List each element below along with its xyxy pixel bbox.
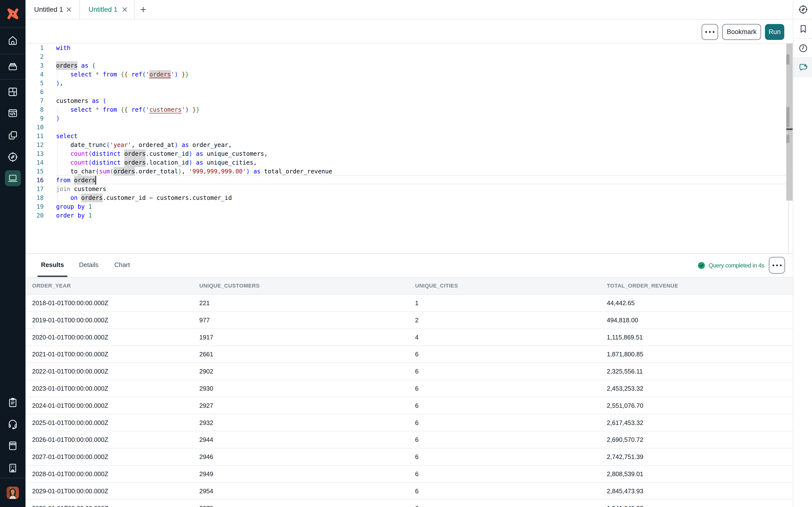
code-line: 7customers as ( (26, 97, 793, 105)
code-text: from orders (56, 176, 96, 185)
table-cell: 2023-01-01T00:00:00.000Z (32, 380, 108, 397)
code-text: ) (56, 114, 60, 123)
line-number: 18 (26, 193, 44, 202)
sidebar-item-drawer[interactable] (7, 61, 18, 71)
sql-code-editor[interactable]: 1with23orders as (4 select * from {{ ref… (26, 44, 793, 253)
table-row: 2025-01-01T00:00:00.000Z293262,617,453.3… (26, 414, 793, 432)
table-cell: 6 (415, 397, 418, 414)
line-number: 17 (26, 185, 44, 193)
code-line: 20order by 1 (26, 211, 793, 220)
table-cell: 2949 (199, 466, 213, 482)
table-cell: 2028-01-01T00:00:00.000Z (32, 466, 108, 482)
sidebar-item-home[interactable] (7, 35, 18, 46)
line-number: 1 (26, 44, 44, 52)
table-row: 2019-01-01T00:00:00.000Z9772494,818.00 (26, 312, 793, 329)
overview-mark (786, 54, 790, 64)
building-icon (7, 463, 18, 473)
sidebar-item-copy[interactable] (7, 130, 18, 141)
overview-mark (786, 107, 790, 127)
code-text: ), (56, 79, 63, 88)
new-tab-icon[interactable] (138, 5, 148, 14)
line-number: 8 (26, 105, 44, 114)
results-table-header: ORDER_YEARUNIQUE_CUSTOMERSUNIQUE_CITIEST… (26, 277, 793, 295)
sidebar-item-building[interactable] (7, 463, 18, 473)
table-cell: 6 (415, 500, 418, 507)
avatar[interactable] (7, 487, 19, 499)
code-line: 4 select * from {{ ref('orders') }} (26, 70, 793, 79)
close-icon[interactable] (121, 6, 128, 13)
table-cell: 6 (415, 466, 418, 482)
table-cell: 2932 (199, 414, 213, 431)
code-line: 6 (26, 88, 793, 97)
code-line: 9) (26, 114, 793, 123)
code-text: select (56, 132, 78, 140)
table-row: 2029-01-01T00:00:00.000Z295462,845,473.9… (26, 483, 793, 500)
code-text: orders as ( (56, 61, 96, 70)
table-cell: 4 (415, 329, 418, 346)
rail-item-compass[interactable] (793, 0, 812, 19)
sidebar-item-dashboard[interactable] (7, 87, 18, 97)
code-text: date_trunc('year', ordered_at) as order_… (56, 140, 232, 150)
code-line: 16from orders (26, 176, 793, 185)
line-number: 12 (26, 140, 44, 150)
code-line: 10 (26, 123, 793, 132)
table-cell: 2954 (199, 483, 213, 499)
table-cell: 2946 (199, 448, 213, 465)
editor-tab-bar: Untitled 1 Untitled 1 (26, 0, 793, 19)
more-options-button[interactable] (702, 24, 718, 40)
column-header: UNIQUE_CITIES (415, 278, 458, 294)
code-line: 12 date_trunc('year', ordered_at) as ord… (26, 140, 793, 150)
line-number: 20 (26, 211, 44, 220)
tab-chart[interactable]: Chart (112, 254, 133, 276)
sidebar-item-book[interactable] (7, 440, 18, 451)
sidebar-item-compass[interactable] (7, 152, 18, 162)
run-button[interactable]: Run (765, 24, 784, 40)
code-line: 18 on orders.customer_id = customers.cus… (26, 193, 793, 202)
table-cell: 2930 (199, 380, 213, 397)
tab-untitled-1-active[interactable]: Untitled 1 (80, 0, 134, 19)
sidebar-item-code-window[interactable] (7, 108, 18, 119)
table-cell: 6 (415, 380, 418, 397)
left-sidebar (0, 0, 26, 507)
results-more-button[interactable] (769, 257, 785, 274)
line-number: 3 (26, 61, 44, 70)
table-cell: 2879 (199, 500, 213, 507)
tab-untitled-1[interactable]: Untitled 1 (26, 0, 80, 19)
editor-toolbar: Bookmark Run (26, 19, 793, 44)
tab-separator (134, 0, 135, 19)
sidebar-item-clipboard[interactable] (7, 397, 18, 408)
sidebar-separator (0, 478, 26, 478)
code-line: 17join customers (26, 185, 793, 193)
line-number: 2 (26, 52, 44, 61)
code-text: order by 1 (56, 211, 92, 220)
scrollbar-tail (788, 201, 789, 253)
line-number: 9 (26, 114, 44, 123)
bookmark-button[interactable]: Bookmark (722, 24, 761, 40)
line-number: 7 (26, 97, 44, 105)
rail-item-copilot-chat[interactable] (793, 58, 812, 77)
dbt-logo[interactable] (7, 8, 19, 20)
tab-results[interactable]: Results (38, 254, 67, 276)
sidebar-separator (0, 79, 26, 79)
close-icon[interactable] (66, 6, 72, 13)
code-text: group by 1 (56, 202, 92, 211)
table-cell: 2927 (199, 397, 213, 414)
table-row: 2020-01-01T00:00:00.000Z191741,115,869.5… (26, 329, 793, 346)
table-cell: 1,871,800.85 (607, 346, 643, 362)
tab-label: Untitled 1 (89, 6, 117, 13)
table-cell: 6 (415, 431, 418, 448)
rail-item-bookmark[interactable] (793, 19, 812, 39)
line-number: 10 (26, 123, 44, 132)
rail-item-history[interactable] (793, 39, 812, 58)
table-cell: 2022-01-01T00:00:00.000Z (32, 363, 108, 380)
column-header: ORDER_YEAR (32, 278, 71, 294)
sidebar-item-headset[interactable] (7, 418, 18, 429)
book-icon (7, 440, 18, 451)
sidebar-item-develop-active[interactable] (5, 170, 21, 186)
line-number: 15 (26, 167, 44, 176)
dashboard-icon (7, 87, 18, 97)
tab-details[interactable]: Details (77, 254, 101, 276)
line-number: 5 (26, 79, 44, 88)
code-line: 11select (26, 132, 793, 140)
table-cell: 494,818.00 (607, 312, 638, 329)
